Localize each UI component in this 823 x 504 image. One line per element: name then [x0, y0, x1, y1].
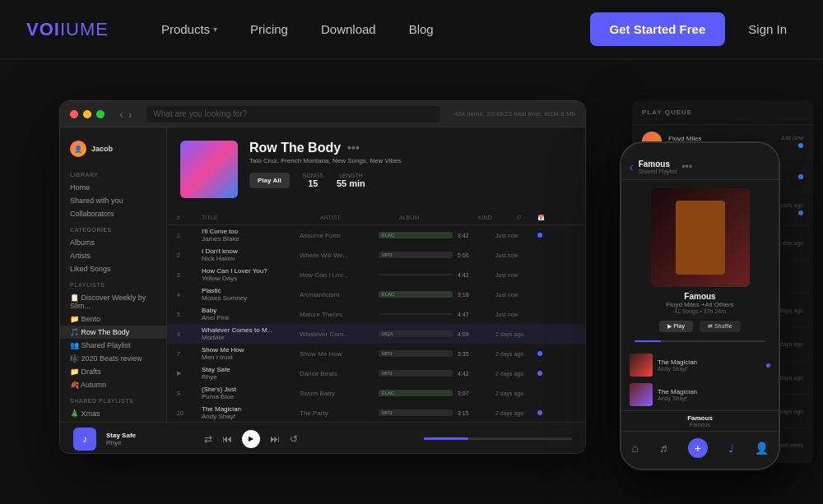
track-title: Show Me How [202, 346, 295, 354]
close-dot[interactable] [70, 110, 78, 118]
queue-item-time: 1 day ago [778, 240, 803, 246]
forward-icon[interactable]: › [128, 108, 133, 121]
mobile-track-info: The Magician Andy Shayf [658, 358, 697, 372]
track-title-artist: (She's) Just Puma Blue [202, 386, 295, 400]
track-status-dot [537, 371, 554, 376]
track-thumbnail [630, 383, 653, 406]
table-row[interactable]: ▶ Stay Safe Rhye Dance Beats MP3 4:42 2 … [167, 363, 585, 383]
track-artist: Men I trust [202, 354, 295, 361]
table-row[interactable]: 6 Whatever Comes to M... MorMor Whatever… [167, 324, 585, 344]
mobile-home-icon[interactable]: ⌂ [631, 442, 638, 455]
sidebar-playlist-discover[interactable]: 📋 Discover Weekly by Slim... [60, 291, 166, 312]
sidebar-shared-xmas[interactable]: 🎄 Xmas [60, 407, 166, 420]
mobile-play-button[interactable]: ▶ Play [659, 321, 693, 332]
next-button[interactable]: ⏭ [270, 433, 280, 445]
maximize-dot[interactable] [96, 110, 105, 118]
sidebar-shared-nintendo[interactable]: 🎮 Nintendo [60, 420, 166, 422]
minimize-dot[interactable] [83, 110, 91, 118]
track-title: The Magician [202, 405, 295, 413]
track-kind-badge [379, 313, 453, 315]
sign-in-button[interactable]: Sign In [738, 16, 797, 43]
track-duration: 3:18 [458, 292, 491, 298]
mobile-profile-icon[interactable]: 👤 [755, 442, 769, 455]
col-kind[interactable]: KIND [478, 215, 511, 221]
sidebar-playlist-drafts[interactable]: 📁 Drafts [60, 365, 166, 378]
track-album: Aromanticism [300, 291, 374, 298]
logo[interactable]: VOIIUME [26, 19, 109, 40]
desktop-mockup: ‹ › What are you looking for? 424 items,… [59, 100, 586, 454]
mobile-track-artist: Floyd Miles +All Others [631, 301, 769, 308]
sidebar-playlist-autumn[interactable]: 🍂 Autumn [60, 378, 166, 391]
queue-item-time: Last week [777, 442, 803, 448]
queue-dot [798, 174, 803, 179]
track-title: How Can I Lover You? [202, 267, 295, 275]
sidebar-playlist-bento[interactable]: 📁 Bento [60, 312, 166, 326]
track-duration: 4:09 [458, 331, 491, 337]
mobile-back-icon[interactable]: ‹ [630, 160, 634, 173]
sidebar-playlist-2020[interactable]: 🎼 2020 Beats review [60, 352, 166, 365]
table-row[interactable]: 2 I Don't know Nick Hakim Where Will We.… [167, 245, 585, 265]
table-row[interactable]: 3 How Can I Lover You? Yellow Days How C… [167, 265, 585, 284]
list-item[interactable]: The Magician Andy Shayf [621, 380, 779, 409]
col-dot [559, 215, 575, 221]
mobile-header-sub: Shared Playlist [639, 169, 677, 174]
track-artist: Rhye [202, 373, 295, 381]
mobile-library-icon[interactable]: ♩ [728, 442, 734, 455]
track-number: 5 [177, 312, 197, 317]
nav-links: Products ▾ Pricing Download Blog [148, 16, 590, 43]
col-title[interactable]: TITLE [202, 215, 315, 221]
more-options-icon[interactable]: ••• [347, 141, 360, 155]
shared-playlists-title: SHARED PLAYLISTS [60, 391, 166, 407]
track-added-date: Just now [495, 272, 532, 278]
repeat-button[interactable]: ↺ [290, 433, 298, 445]
col-num[interactable]: # [177, 215, 197, 221]
nav-blog[interactable]: Blog [396, 16, 447, 43]
track-album: Whatever Com... [300, 331, 374, 338]
col-artist[interactable]: ARTIST [320, 215, 394, 221]
nav-download[interactable]: Download [308, 16, 389, 43]
nav-products[interactable]: Products ▾ [148, 16, 230, 43]
get-started-button[interactable]: Get Started Free [590, 12, 726, 46]
sidebar-playlist-row[interactable]: 🎵 Row The Body [60, 326, 166, 339]
play-all-button[interactable]: Play All [249, 173, 290, 188]
mobile-progress-bar[interactable] [635, 340, 765, 342]
shuffle-button[interactable]: ⇄ [204, 433, 212, 445]
sidebar-item-artists[interactable]: Artists [60, 249, 166, 262]
play-pause-button[interactable]: ▶ [242, 430, 260, 448]
col-album[interactable]: ALBUM [399, 215, 473, 221]
table-row[interactable]: 1 I'll Come too James Blake Assume Form … [167, 225, 585, 245]
table-row[interactable]: 9 (She's) Just Puma Blue Swum Baby FLAC … [167, 383, 585, 403]
track-title-artist: Show Me How Men I trust [202, 346, 295, 361]
table-row[interactable]: 4 Plastic Moses Sumney Aromanticism FLAC… [167, 284, 585, 304]
player-progress-bar[interactable] [424, 437, 572, 440]
sidebar-item-liked[interactable]: Liked Songs [60, 262, 166, 275]
mobile-more-icon[interactable]: ••• [681, 161, 692, 173]
mobile-shuffle-button[interactable]: ⇄ Shuffle [700, 321, 741, 332]
sidebar-item-home[interactable]: Home [60, 181, 166, 194]
track-duration: 3:15 [458, 410, 491, 416]
track-number: ▶ [177, 370, 197, 377]
track-added-date: 2 days ago [495, 351, 532, 357]
mobile-search-icon[interactable]: ♬ [659, 442, 668, 455]
mobile-add-button[interactable]: + [688, 438, 708, 458]
track-artist: Puma Blue [202, 393, 295, 400]
sidebar-playlist-shared[interactable]: 👥 Shared Playlist [60, 339, 166, 352]
track-added-date: 2 days ago [495, 331, 532, 337]
sidebar-item-albums[interactable]: Albums [60, 236, 166, 249]
table-row[interactable]: 5 Baby Ariel Pink Mature Theres 4:47 Jus… [167, 304, 585, 324]
titlebar-search[interactable]: What are you looking for? [146, 106, 439, 123]
nav-pricing[interactable]: Pricing [237, 16, 301, 43]
track-artist: James Blake [202, 235, 295, 243]
track-number: 1 [177, 233, 197, 238]
track-status-dot [537, 410, 554, 415]
mobile-track-sub: Andy Shayf [658, 395, 697, 401]
table-row[interactable]: 7 Show Me How Men I trust Show Me How MP… [167, 344, 585, 363]
prev-button[interactable]: ⏮ [222, 433, 232, 445]
sidebar-item-shared[interactable]: Shared with you [60, 194, 166, 207]
back-icon[interactable]: ‹ [119, 108, 123, 121]
list-item[interactable]: The Magician Andy Shayf [621, 350, 779, 380]
track-title: Plastic [202, 287, 295, 294]
playlist-cover [180, 141, 238, 198]
sidebar-item-collaborators[interactable]: Collaborators [60, 207, 166, 220]
table-row[interactable]: 10 The Magician Andy Shayf The Party MP3… [167, 403, 585, 422]
